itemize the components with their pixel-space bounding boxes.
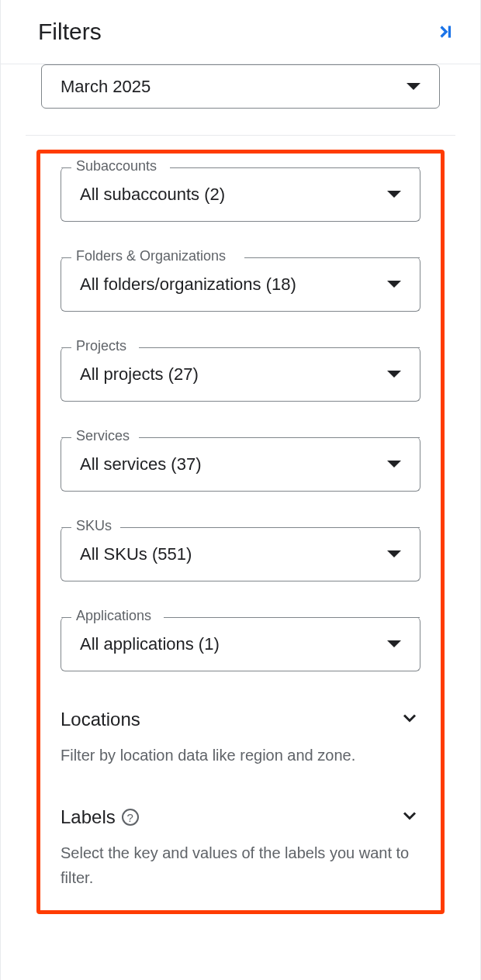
skus-field: SKUs All SKUs (551) [61, 527, 420, 581]
labels-title-text: Labels [61, 806, 116, 828]
chevron-down-icon [387, 191, 401, 198]
projects-value: All projects (27) [80, 364, 199, 385]
help-icon[interactable]: ? [122, 809, 139, 826]
applications-value: All applications (1) [80, 634, 220, 654]
collapse-panel-icon[interactable] [435, 22, 455, 42]
folders-field: Folders & Organizations All folders/orga… [61, 257, 420, 312]
applications-field: Applications All applications (1) [61, 617, 420, 671]
skus-value: All SKUs (551) [80, 544, 192, 564]
applications-legend: Applications [71, 608, 156, 624]
chevron-down-icon [407, 83, 420, 90]
filters-panel: Filters March 2025 Subaccounts All subac… [0, 0, 481, 980]
chevron-down-icon [387, 371, 401, 378]
panel-header: Filters [1, 0, 480, 64]
chevron-down-icon [387, 550, 401, 557]
locations-section: Locations Filter by location data like r… [61, 707, 420, 768]
panel-title: Filters [38, 19, 102, 45]
labels-description: Select the key and values of the labels … [61, 840, 420, 890]
applications-dropdown[interactable]: All applications (1) [61, 617, 420, 671]
skus-legend: SKUs [71, 518, 116, 534]
subaccounts-value: All subaccounts (2) [80, 185, 225, 205]
services-field: Services All services (37) [61, 437, 420, 492]
projects-legend: Projects [71, 338, 131, 354]
subaccounts-legend: Subaccounts [71, 158, 161, 174]
labels-title: Labels ? [61, 806, 139, 828]
chevron-down-icon [387, 640, 401, 647]
highlighted-filters: Subaccounts All subaccounts (2) Folders … [36, 150, 445, 914]
services-value: All services (37) [80, 454, 201, 474]
subaccounts-field: Subaccounts All subaccounts (2) [61, 167, 420, 222]
locations-title: Locations [61, 709, 140, 730]
chevron-down-icon [399, 707, 420, 732]
services-dropdown[interactable]: All services (37) [61, 437, 420, 492]
panel-content: March 2025 Subaccounts All subaccounts (… [1, 64, 480, 914]
chevron-down-icon [387, 281, 401, 288]
date-value: March 2025 [61, 77, 151, 97]
folders-dropdown[interactable]: All folders/organizations (18) [61, 257, 420, 312]
folders-legend: Folders & Organizations [71, 248, 230, 264]
subaccounts-dropdown[interactable]: All subaccounts (2) [61, 167, 420, 222]
labels-section: Labels ? Select the key and values of th… [61, 805, 420, 890]
locations-description: Filter by location data like region and … [61, 743, 420, 768]
chevron-down-icon [387, 461, 401, 468]
locations-header[interactable]: Locations [61, 707, 420, 732]
projects-field: Projects All projects (27) [61, 347, 420, 402]
date-filter-section: March 2025 [26, 64, 455, 136]
date-dropdown[interactable]: March 2025 [41, 64, 440, 109]
folders-value: All folders/organizations (18) [80, 274, 296, 295]
projects-dropdown[interactable]: All projects (27) [61, 347, 420, 402]
skus-dropdown[interactable]: All SKUs (551) [61, 527, 420, 581]
labels-header[interactable]: Labels ? [61, 805, 420, 830]
chevron-down-icon [399, 805, 420, 830]
services-legend: Services [71, 428, 134, 444]
